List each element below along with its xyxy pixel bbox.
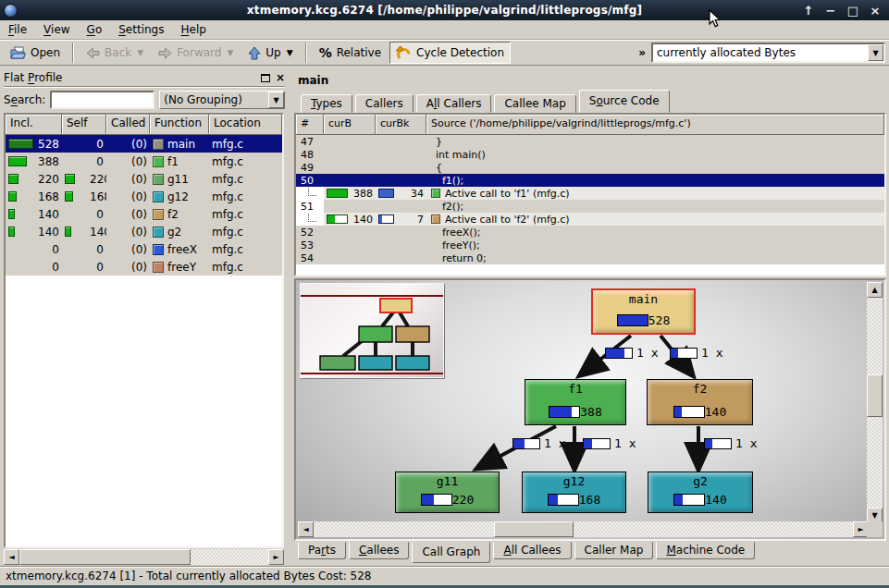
graph-node-f2[interactable]: f2140 <box>647 379 753 425</box>
source-column-source[interactable]: Source ('/home/philippe/valgrind/littlep… <box>426 115 884 135</box>
curbk-cell <box>376 200 426 213</box>
tab-source-code[interactable]: Source Code <box>579 90 670 113</box>
source-text: } <box>426 135 884 148</box>
column-header-called[interactable]: Called <box>106 115 150 135</box>
event-type-combobox[interactable]: currently allocated Bytes ▼ <box>651 43 885 63</box>
tab-all-callers[interactable]: All Callers <box>416 94 492 113</box>
graph-overview-map[interactable] <box>300 283 444 378</box>
open-button[interactable]: Open <box>4 42 67 64</box>
source-line-54[interactable]: 54 return 0; <box>296 251 884 264</box>
tab-call-graph[interactable]: Call Graph <box>412 542 490 563</box>
forward-arrow-icon <box>158 47 172 59</box>
toolbar-overflow-chevron[interactable]: » <box>635 46 649 59</box>
column-header-self[interactable]: Self <box>62 115 106 135</box>
function-row-f1[interactable]: 3880(0)f1mfg.c <box>6 153 282 170</box>
close-button[interactable]: × <box>869 4 882 18</box>
source-column-curb[interactable]: curB <box>324 115 376 135</box>
menu-item-help[interactable]: Help <box>172 20 214 39</box>
graph-node-g12[interactable]: g12168 <box>522 472 626 513</box>
tab-callees[interactable]: Callees <box>349 542 409 559</box>
tab-types[interactable]: Types <box>301 94 352 113</box>
graph-node-f1[interactable]: f1388 <box>525 379 626 425</box>
function-row-g12[interactable]: 168168(0)g12mfg.c <box>6 188 282 205</box>
function-row-main[interactable]: 5280(0)mainmfg.c <box>6 135 282 153</box>
menu-item-file[interactable]: File <box>0 20 35 39</box>
cycle-detection-toggle[interactable]: Cycle Detection <box>389 42 511 64</box>
source-line-47[interactable]: 47 } <box>296 135 884 148</box>
source-line-51[interactable]: 51 f2(); <box>296 200 884 213</box>
back-button[interactable]: Back▼ <box>80 42 150 64</box>
menu-item-settings[interactable]: Settings <box>110 20 172 39</box>
edge-label-main-f1: 1 x <box>605 346 658 360</box>
tab-parts[interactable]: Parts <box>298 542 346 559</box>
function-row-freey[interactable]: 00(0)freeYmfg.c <box>6 258 282 276</box>
incl-cell: 168 <box>6 188 62 205</box>
graph-hscrollbar[interactable]: ◄► <box>298 521 869 537</box>
graph-node-main[interactable]: main528 <box>591 288 696 335</box>
column-header-location[interactable]: Location <box>209 115 282 135</box>
curbk-cell <box>376 174 426 187</box>
curb-cell: 140 <box>324 213 376 226</box>
graph-node-g2[interactable]: g2140 <box>648 472 753 513</box>
self-cell: 140 <box>62 223 106 240</box>
maximize-button[interactable]: □ <box>846 4 859 18</box>
tab-all-callees[interactable]: All Callees <box>493 542 571 559</box>
graph-vscrollbar[interactable]: ▲▼ <box>867 282 883 523</box>
relative-toggle[interactable]: % Relative <box>313 42 388 64</box>
scroll-up-button[interactable]: ▲ <box>867 282 883 298</box>
detail-pane-title: main <box>298 74 328 87</box>
source-column-curbk[interactable]: curBk <box>376 115 426 135</box>
column-header-function[interactable]: Function <box>150 115 209 135</box>
function-row-g11[interactable]: 220220(0)g11mfg.c <box>6 170 282 188</box>
function-row-freex[interactable]: 00(0)freeXmfg.c <box>6 240 282 258</box>
source-text: freeX(); <box>426 226 884 239</box>
column-header-incl[interactable]: Incl. <box>6 115 62 135</box>
call-graph-view[interactable]: main528f1388f2140g11220g12168g2140 1 x1 … <box>294 278 886 541</box>
dock-float-icon[interactable] <box>261 74 270 82</box>
up-arrow-icon <box>248 46 261 60</box>
tab-callers[interactable]: Callers <box>355 94 414 113</box>
function-row-g2[interactable]: 140140(0)g2mfg.c <box>6 223 282 240</box>
source-column-[interactable]: # <box>296 115 324 135</box>
dock-close-icon[interactable]: × <box>276 73 285 82</box>
tab-machine-code[interactable]: Machine Code <box>656 542 755 559</box>
shade-button[interactable]: ↑ <box>802 4 815 18</box>
scroll-thumb[interactable] <box>494 521 574 537</box>
scroll-left-button[interactable]: ◄ <box>298 521 314 537</box>
graph-node-g11[interactable]: g11220 <box>395 472 500 513</box>
source-line-50[interactable]: 50 f1(); <box>296 174 884 187</box>
scroll-left-button[interactable]: ◄ <box>4 549 19 565</box>
source-call-row[interactable]: 38834Active call to 'f1' (mfg.c) <box>296 187 884 200</box>
curbk-cell <box>376 148 426 161</box>
node-label: f2 <box>693 382 708 396</box>
percent-icon: % <box>319 45 332 60</box>
toolbar-separator <box>305 43 307 63</box>
menu-item-go[interactable]: Go <box>79 20 111 39</box>
scroll-thumb[interactable] <box>19 549 191 565</box>
scroll-right-button[interactable]: ► <box>268 549 284 565</box>
menu-item-view[interactable]: View <box>35 20 78 39</box>
grouping-combobox[interactable]: (No Grouping) ▼ <box>159 91 285 109</box>
source-line-53[interactable]: 53 freeY(); <box>296 239 884 251</box>
search-input[interactable] <box>50 91 154 109</box>
source-line-48[interactable]: 48 int main() <box>296 148 884 161</box>
source-line-49[interactable]: 49 { <box>296 161 884 174</box>
function-row-f2[interactable]: 1400(0)f2mfg.c <box>6 205 282 223</box>
forward-button[interactable]: Forward▼ <box>152 42 240 64</box>
minimize-button[interactable]: − <box>824 4 837 18</box>
up-button[interactable]: Up▼ <box>241 42 299 64</box>
source-call-row[interactable]: 1407Active call to 'f2' (mfg.c) <box>296 213 884 226</box>
line-number: 48 <box>296 148 324 161</box>
incl-cell: 528 <box>6 135 62 153</box>
forward-dropdown-arrow[interactable]: ▼ <box>227 48 233 57</box>
called-cell: (0) <box>106 135 150 153</box>
flat-profile-hscrollbar[interactable]: ◄► <box>4 549 284 565</box>
back-dropdown-arrow[interactable]: ▼ <box>137 48 143 57</box>
tab-callee-map[interactable]: Callee Map <box>494 94 575 113</box>
tab-caller-map[interactable]: Caller Map <box>574 542 654 559</box>
combo-dropdown-arrow[interactable]: ▼ <box>868 44 883 61</box>
source-line-52[interactable]: 52 freeX(); <box>296 226 884 239</box>
scroll-thumb[interactable] <box>867 374 883 417</box>
combo-dropdown-arrow[interactable]: ▼ <box>268 92 284 108</box>
up-dropdown-arrow[interactable]: ▼ <box>287 48 293 57</box>
